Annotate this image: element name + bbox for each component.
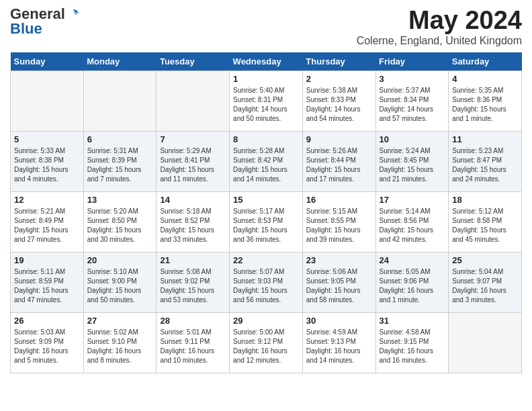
calendar-cell: 25Sunrise: 5:04 AMSunset: 9:07 PMDayligh… <box>449 252 522 312</box>
calendar-cell: 21Sunrise: 5:08 AMSunset: 9:02 PMDayligh… <box>157 252 230 312</box>
calendar-cell: 23Sunrise: 5:06 AMSunset: 9:05 PMDayligh… <box>302 252 375 312</box>
calendar-week-row: 5Sunrise: 5:33 AMSunset: 8:38 PMDaylight… <box>11 131 522 191</box>
day-info: Sunrise: 5:08 AMSunset: 9:02 PMDaylight:… <box>160 267 226 305</box>
day-of-week-header: Tuesday <box>157 52 230 71</box>
day-number: 17 <box>380 195 445 205</box>
day-info: Sunrise: 5:11 AMSunset: 8:59 PMDaylight:… <box>14 267 80 305</box>
calendar-cell: 17Sunrise: 5:14 AMSunset: 8:56 PMDayligh… <box>375 191 449 252</box>
calendar-cell: 27Sunrise: 5:02 AMSunset: 9:10 PMDayligh… <box>83 312 157 373</box>
day-info: Sunrise: 5:05 AMSunset: 9:06 PMDaylight:… <box>380 267 445 305</box>
calendar-cell: 29Sunrise: 5:00 AMSunset: 9:12 PMDayligh… <box>230 312 303 373</box>
calendar-cell <box>11 71 84 131</box>
day-of-week-header: Friday <box>375 52 449 71</box>
day-info: Sunrise: 5:01 AMSunset: 9:11 PMDaylight:… <box>160 328 226 365</box>
day-of-week-header: Thursday <box>302 52 375 71</box>
day-info: Sunrise: 5:18 AMSunset: 8:52 PMDaylight:… <box>160 207 226 244</box>
day-number: 14 <box>160 195 226 205</box>
day-info: Sunrise: 5:26 AMSunset: 8:44 PMDaylight:… <box>306 146 372 184</box>
month-title: May 2024 <box>357 7 522 35</box>
calendar-cell: 20Sunrise: 5:10 AMSunset: 9:00 PMDayligh… <box>83 252 157 312</box>
day-number: 18 <box>452 195 518 205</box>
calendar-cell: 2Sunrise: 5:38 AMSunset: 8:33 PMDaylight… <box>302 71 375 131</box>
calendar-cell: 16Sunrise: 5:15 AMSunset: 8:55 PMDayligh… <box>302 191 375 252</box>
day-of-week-header: Saturday <box>449 52 522 71</box>
day-info: Sunrise: 4:59 AMSunset: 9:13 PMDaylight:… <box>306 328 372 365</box>
day-number: 21 <box>160 255 226 265</box>
day-number: 28 <box>160 316 226 326</box>
day-info: Sunrise: 5:03 AMSunset: 9:09 PMDaylight:… <box>14 328 80 365</box>
day-info: Sunrise: 5:31 AMSunset: 8:39 PMDaylight:… <box>87 146 153 184</box>
calendar-cell: 8Sunrise: 5:28 AMSunset: 8:42 PMDaylight… <box>230 131 303 191</box>
calendar-cell: 19Sunrise: 5:11 AMSunset: 8:59 PMDayligh… <box>11 252 84 312</box>
day-number: 5 <box>14 134 80 144</box>
day-number: 16 <box>306 195 372 205</box>
day-info: Sunrise: 5:23 AMSunset: 8:47 PMDaylight:… <box>452 146 518 184</box>
day-info: Sunrise: 5:29 AMSunset: 8:41 PMDaylight:… <box>160 146 226 184</box>
calendar-cell: 12Sunrise: 5:21 AMSunset: 8:49 PMDayligh… <box>11 191 84 252</box>
day-info: Sunrise: 5:04 AMSunset: 9:07 PMDaylight:… <box>452 267 518 305</box>
day-info: Sunrise: 5:17 AMSunset: 8:53 PMDaylight:… <box>233 207 299 244</box>
day-info: Sunrise: 5:07 AMSunset: 9:03 PMDaylight:… <box>233 267 299 305</box>
day-of-week-header: Sunday <box>11 52 84 71</box>
day-info: Sunrise: 5:35 AMSunset: 8:36 PMDaylight:… <box>452 86 518 124</box>
day-info: Sunrise: 5:40 AMSunset: 8:31 PMDaylight:… <box>233 86 299 124</box>
day-number: 13 <box>87 195 153 205</box>
calendar-cell: 1Sunrise: 5:40 AMSunset: 8:31 PMDaylight… <box>230 71 303 131</box>
day-number: 29 <box>233 316 299 326</box>
calendar-cell: 15Sunrise: 5:17 AMSunset: 8:53 PMDayligh… <box>230 191 303 252</box>
calendar-cell: 30Sunrise: 4:59 AMSunset: 9:13 PMDayligh… <box>302 312 375 373</box>
logo: General Blue <box>10 7 80 36</box>
day-number: 19 <box>14 255 80 265</box>
location-title: Colerne, England, United Kingdom <box>357 35 522 47</box>
day-number: 9 <box>306 134 372 144</box>
day-info: Sunrise: 5:33 AMSunset: 8:38 PMDaylight:… <box>14 146 80 184</box>
logo-general-text: General <box>10 7 65 21</box>
day-number: 4 <box>452 74 518 84</box>
calendar-week-row: 1Sunrise: 5:40 AMSunset: 8:31 PMDaylight… <box>11 71 522 131</box>
day-number: 2 <box>306 74 372 84</box>
calendar-cell: 24Sunrise: 5:05 AMSunset: 9:06 PMDayligh… <box>375 252 449 312</box>
logo-blue-text: Blue <box>10 21 42 36</box>
day-number: 6 <box>87 134 153 144</box>
calendar-cell: 3Sunrise: 5:37 AMSunset: 8:34 PMDaylight… <box>375 71 449 131</box>
calendar-cell: 6Sunrise: 5:31 AMSunset: 8:39 PMDaylight… <box>83 131 157 191</box>
calendar-header-row: SundayMondayTuesdayWednesdayThursdayFrid… <box>11 52 522 71</box>
calendar-cell: 13Sunrise: 5:20 AMSunset: 8:50 PMDayligh… <box>83 191 157 252</box>
day-info: Sunrise: 5:14 AMSunset: 8:56 PMDaylight:… <box>380 207 445 244</box>
day-info: Sunrise: 5:15 AMSunset: 8:55 PMDaylight:… <box>306 207 372 244</box>
day-number: 15 <box>233 195 299 205</box>
day-info: Sunrise: 5:37 AMSunset: 8:34 PMDaylight:… <box>380 86 445 124</box>
day-info: Sunrise: 4:58 AMSunset: 9:15 PMDaylight:… <box>380 328 445 365</box>
day-info: Sunrise: 5:00 AMSunset: 9:12 PMDaylight:… <box>233 328 299 365</box>
day-number: 25 <box>452 255 518 265</box>
day-number: 1 <box>233 74 299 84</box>
day-info: Sunrise: 5:24 AMSunset: 8:45 PMDaylight:… <box>380 146 445 184</box>
calendar-cell: 26Sunrise: 5:03 AMSunset: 9:09 PMDayligh… <box>11 312 84 373</box>
day-info: Sunrise: 5:06 AMSunset: 9:05 PMDaylight:… <box>306 267 372 305</box>
day-number: 20 <box>87 255 153 265</box>
calendar-cell: 7Sunrise: 5:29 AMSunset: 8:41 PMDaylight… <box>157 131 230 191</box>
day-of-week-header: Monday <box>83 52 157 71</box>
day-info: Sunrise: 5:20 AMSunset: 8:50 PMDaylight:… <box>87 207 153 244</box>
calendar-table: SundayMondayTuesdayWednesdayThursdayFrid… <box>10 52 522 373</box>
calendar-cell: 4Sunrise: 5:35 AMSunset: 8:36 PMDaylight… <box>449 71 522 131</box>
day-info: Sunrise: 5:12 AMSunset: 8:58 PMDaylight:… <box>452 207 518 244</box>
day-info: Sunrise: 5:28 AMSunset: 8:42 PMDaylight:… <box>233 146 299 184</box>
logo-bird-icon <box>66 7 80 21</box>
day-number: 24 <box>380 255 445 265</box>
header: General Blue May 2024 Colerne, England, … <box>10 7 522 47</box>
calendar-cell: 10Sunrise: 5:24 AMSunset: 8:45 PMDayligh… <box>375 131 449 191</box>
day-number: 12 <box>14 195 80 205</box>
calendar-week-row: 19Sunrise: 5:11 AMSunset: 8:59 PMDayligh… <box>11 252 522 312</box>
calendar-cell <box>83 71 157 131</box>
calendar-cell: 5Sunrise: 5:33 AMSunset: 8:38 PMDaylight… <box>11 131 84 191</box>
day-number: 22 <box>233 255 299 265</box>
day-number: 27 <box>87 316 153 326</box>
day-number: 3 <box>380 74 445 84</box>
day-number: 26 <box>14 316 80 326</box>
calendar-cell <box>157 71 230 131</box>
day-info: Sunrise: 5:21 AMSunset: 8:49 PMDaylight:… <box>14 207 80 244</box>
day-info: Sunrise: 5:10 AMSunset: 9:00 PMDaylight:… <box>87 267 153 305</box>
title-area: May 2024 Colerne, England, United Kingdo… <box>357 7 522 47</box>
day-info: Sunrise: 5:02 AMSunset: 9:10 PMDaylight:… <box>87 328 153 365</box>
